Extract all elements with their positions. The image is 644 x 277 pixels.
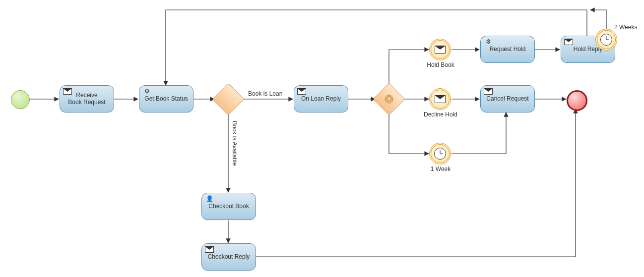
event-label: Hold Book: [418, 61, 463, 68]
event-label: 2 Weeks: [614, 24, 644, 31]
task-label: Checkout Book: [208, 203, 249, 210]
message-icon: [484, 88, 493, 95]
gateway-exclusive: [212, 83, 244, 115]
task-label: On Loan Reply: [301, 96, 341, 103]
message-icon: [205, 246, 214, 253]
message-icon: [297, 88, 306, 95]
boundary-event-2-weeks: [595, 29, 617, 51]
task-label: Request Hold: [490, 46, 526, 53]
user-icon: 👤: [205, 195, 214, 202]
message-icon: [564, 38, 573, 45]
sequence-flows: [0, 0, 644, 277]
diagram-canvas: Receive Book Request ⚙ Get Book Status O…: [0, 0, 644, 277]
task-cancel-request: Cancel Request: [480, 85, 535, 112]
svg-point-1: [386, 96, 392, 102]
event-decline-hold: [429, 88, 451, 110]
task-get-book-status: ⚙ Get Book Status: [139, 85, 193, 112]
pentagon-icon: [385, 95, 393, 104]
edge-label-book-is-loan: Book is Loan: [248, 90, 282, 97]
svg-marker-2: [387, 97, 391, 101]
gear-icon: ⚙: [484, 38, 493, 45]
task-label: Cancel Request: [486, 96, 528, 103]
task-label: Receive Book Request: [68, 92, 105, 106]
event-1-week: [429, 143, 451, 165]
end-event-terminate: [567, 90, 587, 111]
task-label: Get Book Status: [144, 96, 188, 103]
event-label: Decline Hold: [418, 111, 463, 118]
task-on-loan-reply: On Loan Reply: [294, 85, 348, 112]
task-checkout-book: 👤 Checkout Book: [201, 193, 256, 220]
event-hold-book: [429, 39, 451, 60]
task-receive-book-request: Receive Book Request: [60, 85, 114, 112]
gear-icon: ⚙: [142, 88, 151, 95]
message-icon: [63, 88, 72, 95]
task-request-hold: ⚙ Request Hold: [480, 36, 535, 63]
start-event: [11, 90, 30, 109]
edge-label-book-is-available: Book is Available: [231, 121, 238, 166]
task-label: Checkout Reply: [208, 254, 250, 261]
task-checkout-reply: Checkout Reply: [201, 243, 256, 271]
event-label: 1 Week: [418, 166, 463, 172]
gateway-event-based: [373, 83, 405, 115]
